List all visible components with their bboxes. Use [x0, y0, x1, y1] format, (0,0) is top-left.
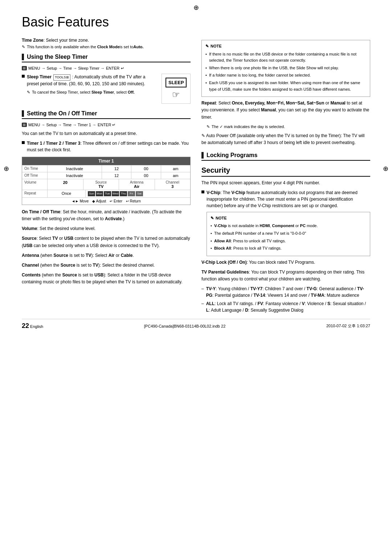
- note-item-2: When there is only one photo file in the…: [205, 65, 366, 71]
- note-pencil-icon: ✎: [205, 43, 209, 50]
- section-bar: [22, 54, 24, 60]
- security-intro: The PIN input screen appears, Enter your…: [201, 180, 370, 186]
- time-zone-note: This function is only available when the…: [22, 44, 191, 50]
- compass-right-icon: ⊕: [383, 165, 388, 173]
- timer-nav-row: ◄► Move ◆ Adjust ↵ Enter ↩ Return: [22, 197, 190, 205]
- security-note-list: V-Chip is not available in HDMI, Compone…: [211, 223, 366, 251]
- page-number: 22: [22, 322, 29, 329]
- menu-icon: ⊞: [22, 66, 27, 70]
- hand-icon: ☞: [166, 90, 187, 100]
- day-mon: Mon: [96, 191, 103, 196]
- on-time-inactivate: Inactivate: [48, 165, 102, 172]
- on-off-timer-menu-path: ⊞ MENU → Setup → Time → Timer 1 → ENTER …: [22, 123, 191, 127]
- sleep-timer-label: Sleep Timer: [27, 74, 52, 79]
- off-time-row: Off Time Inactivate 12 00 am: [22, 172, 190, 179]
- main-content: Time Zone: Select your time zone. This f…: [22, 37, 370, 315]
- sleep-timer-cancel-note: To cancel the Sleep Timer, select Sleep …: [27, 89, 158, 95]
- security-title: Security: [201, 166, 370, 177]
- on-time-min: 00: [131, 165, 161, 172]
- security-note-header: ✎ NOTE: [211, 215, 366, 222]
- locking-title: Locking Programs: [207, 152, 257, 159]
- footer-file: [PC490-Canada]BN68-03114B-00L02.indb 22: [144, 324, 225, 328]
- time-zone-label: Time Zone: [22, 38, 44, 43]
- source-cell: Source TV: [83, 179, 119, 190]
- on-off-timer-title: Setting the On / Off Timer: [27, 110, 97, 117]
- day-fri: Fri: [128, 191, 135, 196]
- vchip-bullet: V-Chip: The V-Chip feature automatically…: [201, 189, 370, 209]
- on-time-row: On Time Inactivate 12 00 am: [22, 165, 190, 172]
- volume-desc: Volume: Set the desired volume level.: [22, 225, 191, 232]
- menu-icon-2: ⊞: [22, 123, 27, 127]
- security-section: Security The PIN input screen appears, E…: [201, 166, 370, 314]
- dash-item-2: ALL: Lock all TV ratings. / FV: Fantasy …: [201, 300, 370, 313]
- volume-value: 20: [48, 179, 83, 190]
- sleep-label: SLEEP: [166, 78, 187, 87]
- note-item-4: Each USB you use is assigned its own fol…: [205, 80, 366, 93]
- off-time-min: 00: [131, 172, 161, 179]
- sleep-timer-title: Using the Sleep Timer: [27, 54, 88, 60]
- repeat-label-cell: Repeat: [22, 190, 48, 197]
- right-column: ✎ NOTE If there is no music file on the …: [201, 37, 370, 315]
- time-zone-text: Time Zone: Select your time zone.: [22, 37, 191, 44]
- day-wed: Wed: [112, 191, 119, 196]
- repeat-days: Sun Mon Tue Wed Thu Fri Sat: [88, 191, 188, 196]
- on-time-ampm: am: [161, 165, 190, 172]
- off-time-ampm: am: [161, 172, 190, 179]
- page: ⊕ ⊕ ⊕ Basic Features Time Zone: Select y…: [0, 0, 392, 337]
- nav-enter: ↵ Enter: [110, 199, 122, 203]
- locking-section: Locking Programs: [201, 152, 370, 161]
- antenna-cell: Antenna Air: [119, 179, 155, 190]
- on-off-timer-section-header: Setting the On / Off Timer: [22, 110, 191, 119]
- sleep-timer-content: SLEEP ☞ Sleep Timer TOOLS⊞ : Automatical…: [22, 74, 191, 107]
- off-time-inactivate: Inactivate: [48, 172, 102, 179]
- timer-versions-bullet: Timer 1 / Timer 2 / Timer 3: Three diffe…: [22, 140, 191, 153]
- checkmark-note: The ✓ mark indicates the day is selected…: [207, 124, 370, 130]
- footer-left: 22 English: [22, 322, 43, 330]
- once-cell: Once: [48, 190, 86, 197]
- sec-note-4: Block All: Press to lock all TV ratings.: [211, 245, 366, 252]
- page-footer: 22 English [PC490-Canada]BN68-03114B-00L…: [22, 319, 370, 330]
- tools-badge: TOOLS⊞: [53, 74, 70, 81]
- day-thu: Thu: [120, 191, 127, 196]
- channel-desc: Channel (when the Source is set to TV): …: [22, 262, 191, 269]
- sec-note-1: V-Chip is not available in HDMI, Compone…: [211, 223, 366, 229]
- off-time-hour: 12: [102, 172, 131, 179]
- note-item-3: If a folder name is too long, the folder…: [205, 72, 366, 79]
- on-time-hour: 12: [102, 165, 131, 172]
- on-off-time-desc: On Time / Off Time: Set the hour, minute…: [22, 209, 191, 222]
- repeat-row: Repeat Once Sun Mon Tue Wed Thu Fri Sat: [22, 190, 190, 197]
- repeat-desc: Repeat: Select Once, Everyday, Mon~Fri, …: [201, 100, 370, 121]
- tv-parental-desc: TV Parental Guidelines: You can block TV…: [201, 269, 370, 283]
- days-cell: Sun Mon Tue Wed Thu Fri Sat: [86, 190, 190, 197]
- sleep-timer-menu-path: ⊞ MENU → Setup → Time → Sleep Timer → EN…: [22, 66, 191, 71]
- on-off-timer-intro: You can set the TV to turn on automatica…: [22, 130, 191, 137]
- channel-cell: Channel 3: [155, 179, 191, 190]
- section-bar-3: [201, 152, 204, 159]
- bullet-square-icon-2: [22, 141, 25, 144]
- sleep-timer-section-header: Using the Sleep Timer: [22, 54, 191, 62]
- contents-desc: Contents (when the Source is set to USB)…: [22, 272, 191, 286]
- day-sun: Sun: [88, 191, 95, 196]
- dash-item-1: TV-Y: Young children / TV-Y7: Children 7…: [201, 286, 370, 299]
- on-time-label: On Time: [22, 165, 48, 172]
- locking-section-header: Locking Programs: [201, 152, 370, 161]
- time-zone-block: Time Zone: Select your time zone. This f…: [22, 37, 191, 50]
- vol-source-row: Volume 20 Source TV Antenna Air Channel: [22, 179, 190, 190]
- timer-box: Timer 1 On Time Inactivate 12 00 am Off …: [22, 157, 191, 205]
- footer-language: English: [30, 324, 43, 329]
- nav-adjust: ◆ Adjust: [92, 199, 106, 203]
- sleep-timer-bullet: Sleep Timer TOOLS⊞ : Automatically shuts…: [22, 74, 158, 87]
- section-bar-2: [22, 110, 24, 117]
- compass-left-icon: ⊕: [4, 165, 9, 173]
- footer-date: 2010-07-02 오후 1:03:27: [326, 323, 370, 329]
- compass-top-icon: ⊕: [193, 4, 199, 12]
- sec-note-2: The default PIN number of a new TV set i…: [211, 230, 366, 237]
- bullet-square-icon: [22, 75, 25, 78]
- day-sat: Sat: [136, 191, 143, 196]
- left-column: Time Zone: Select your time zone. This f…: [22, 37, 191, 315]
- note-header: ✎ NOTE: [205, 43, 366, 50]
- sec-note-3: Allow All: Press to unlock all TV rating…: [211, 238, 366, 245]
- day-tue: Tue: [104, 191, 111, 196]
- volume-label-cell: Volume: [22, 179, 48, 190]
- top-note-box: ✎ NOTE If there is no music file on the …: [201, 40, 370, 97]
